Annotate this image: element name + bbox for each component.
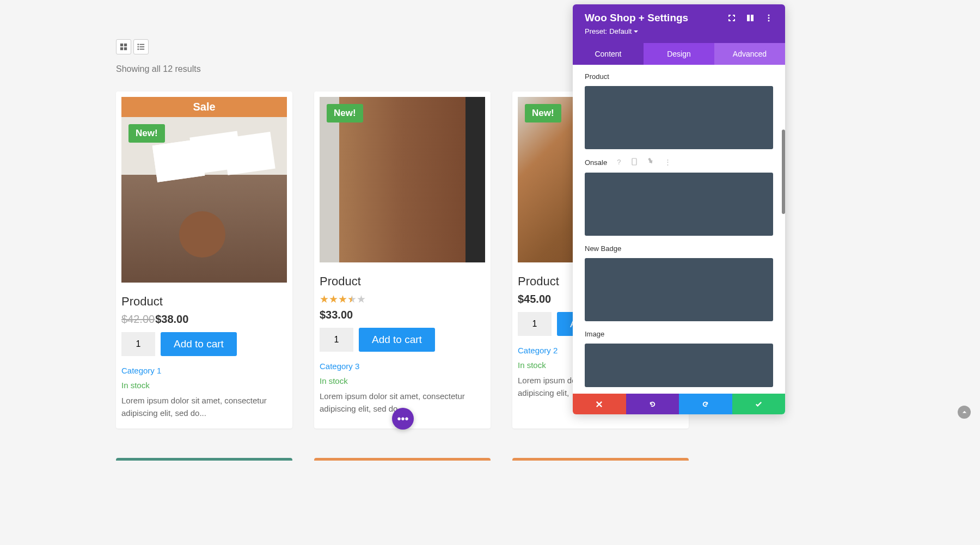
preset-selector[interactable]: Preset: Default: [585, 27, 773, 35]
svg-rect-9: [139, 49, 144, 50]
svg-rect-0: [120, 44, 123, 46]
chevron-down-icon: [634, 29, 638, 34]
setting-label-onsale: Onsale: [585, 158, 607, 167]
quantity-input[interactable]: [518, 312, 552, 336]
list-view-toggle[interactable]: [133, 39, 149, 54]
new-badge: New!: [525, 104, 561, 123]
svg-point-4: [137, 44, 139, 45]
add-to-cart-button[interactable]: Add to cart: [161, 332, 237, 356]
product-card-peek: [314, 458, 491, 461]
settings-panel: Woo Shop + Settings Preset: Default Cont…: [573, 4, 785, 414]
mobile-icon[interactable]: [632, 158, 637, 167]
star-icon: ★: [338, 293, 347, 305]
svg-rect-11: [751, 15, 754, 21]
svg-point-6: [137, 46, 139, 48]
code-editor-newbadge[interactable]: [585, 258, 773, 321]
product-title[interactable]: Product: [320, 274, 485, 289]
add-to-cart-button[interactable]: Add to cart: [359, 328, 435, 352]
sale-badge: Sale: [121, 97, 287, 117]
svg-rect-3: [124, 47, 127, 50]
svg-rect-10: [747, 15, 750, 21]
category-link[interactable]: Category 3: [320, 362, 485, 371]
redo-button[interactable]: [679, 394, 732, 414]
star-icon: ★: [320, 293, 329, 305]
star-icon: ★: [329, 293, 338, 305]
quantity-input[interactable]: [121, 332, 155, 356]
stock-status: In stock: [320, 376, 485, 385]
code-editor-image[interactable]: [585, 344, 773, 387]
more-options-fab[interactable]: •••: [392, 408, 414, 430]
category-link[interactable]: Category 1: [121, 366, 287, 375]
code-editor-product[interactable]: [585, 86, 773, 149]
product-title[interactable]: Product: [121, 295, 287, 309]
product-price: $33.00: [320, 309, 485, 321]
hover-icon[interactable]: [648, 158, 653, 167]
svg-point-14: [768, 20, 770, 22]
help-icon[interactable]: ?: [617, 158, 621, 167]
svg-point-13: [768, 17, 770, 19]
svg-point-12: [768, 15, 770, 16]
code-editor-onsale[interactable]: [585, 173, 773, 236]
svg-point-8: [137, 48, 139, 50]
product-card-peek: [512, 458, 689, 461]
svg-rect-5: [139, 44, 144, 45]
more-icon[interactable]: [764, 14, 773, 22]
svg-rect-2: [120, 47, 123, 50]
product-card: New! Product ★ ★ ★ ★ ★ $33.00 Add to car…: [314, 91, 491, 428]
product-price: $42.00$38.00: [121, 313, 287, 326]
tab-design[interactable]: Design: [644, 43, 714, 65]
setting-label-product: Product: [585, 72, 773, 81]
stock-status: In stock: [121, 381, 287, 390]
tab-advanced[interactable]: Advanced: [714, 43, 785, 65]
star-icon: ★: [357, 293, 366, 305]
new-badge: New!: [128, 124, 165, 143]
product-description: Lorem ipsum dolor sit amet, consectetur …: [121, 394, 287, 420]
setting-label-image: Image: [585, 330, 773, 338]
close-button[interactable]: [573, 394, 626, 414]
tab-content[interactable]: Content: [573, 43, 644, 65]
drag-icon[interactable]: [746, 14, 755, 22]
svg-rect-7: [139, 46, 144, 47]
panel-title: Woo Shop + Settings: [585, 12, 688, 24]
quantity-input[interactable]: [320, 328, 353, 352]
expand-icon[interactable]: [727, 14, 736, 22]
scrollbar-thumb[interactable]: [782, 130, 785, 214]
more-icon[interactable]: ⋮: [664, 158, 671, 167]
new-badge: New!: [327, 104, 363, 123]
save-button[interactable]: [732, 394, 786, 414]
grid-view-toggle[interactable]: [116, 39, 131, 54]
scroll-to-top-button[interactable]: [958, 406, 971, 419]
product-card: Sale New! Product $42.00$38.00 Add to ca…: [116, 91, 292, 428]
product-card-peek: [116, 458, 292, 461]
svg-rect-15: [632, 158, 636, 165]
star-icon: ★: [347, 293, 357, 305]
product-rating: ★ ★ ★ ★ ★: [320, 293, 485, 305]
svg-rect-1: [124, 44, 127, 46]
undo-button[interactable]: [626, 394, 679, 414]
setting-label-newbadge: New Badge: [585, 244, 773, 253]
